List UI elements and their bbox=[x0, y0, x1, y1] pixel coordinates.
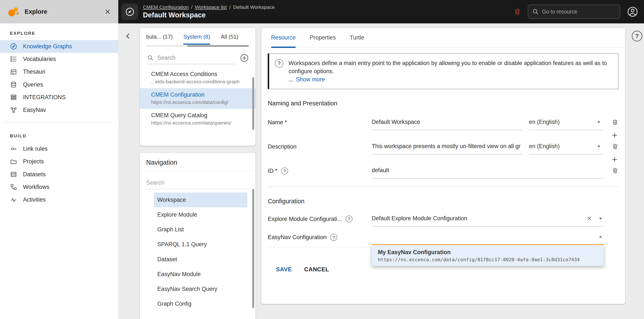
explore-compass-icon[interactable] bbox=[122, 4, 138, 20]
add-graph-icon[interactable] bbox=[240, 54, 249, 62]
clear-icon[interactable] bbox=[586, 216, 592, 221]
nav-item-easynav-search-query[interactable]: EasyNav Search Query bbox=[154, 282, 247, 296]
breadcrumb-link-workspace-list[interactable]: Workspace list bbox=[195, 4, 227, 10]
graph-uri: ...elds-backend-access-conditions-graph bbox=[151, 79, 249, 84]
sidebar-item-integrations[interactable]: INTEGRATIONS bbox=[0, 91, 118, 104]
content-area: bula... (17) System (8) All (51) bbox=[118, 24, 644, 319]
sidebar-item-label: Thesauri bbox=[23, 68, 45, 75]
sidebar-item-label: Datasets bbox=[23, 171, 46, 178]
chevron-down-icon bbox=[596, 144, 601, 149]
breadcrumb-separator: / bbox=[229, 4, 230, 10]
chevron-down-icon bbox=[596, 120, 601, 124]
sidebar-item-label: Link rules bbox=[23, 146, 48, 152]
show-more-link[interactable]: Show more bbox=[296, 76, 325, 83]
navigation-panel: Navigation Workspace Explore Module Grap… bbox=[140, 153, 256, 319]
breadcrumb-link-cmem-configuration[interactable]: CMEM Configuration bbox=[143, 4, 189, 10]
sidebar-item-label: Queries bbox=[23, 81, 43, 88]
delete-resource-icon[interactable] bbox=[514, 8, 521, 16]
graph-title: CMEM Access Conditions bbox=[151, 71, 249, 78]
vertical-scrollbar[interactable] bbox=[252, 189, 254, 308]
sidebar-item-datasets[interactable]: Datasets bbox=[0, 168, 118, 181]
section-divider bbox=[268, 186, 618, 187]
sidebar-item-label: Workflows bbox=[23, 184, 49, 190]
add-name-icon[interactable] bbox=[611, 132, 618, 139]
list-item[interactable]: CMEM Configuration https://ns.eccenca.co… bbox=[140, 88, 256, 109]
tab-properties[interactable]: Properties bbox=[310, 28, 336, 48]
name-language-select[interactable]: en (English) bbox=[529, 115, 602, 130]
collapse-panel-icon[interactable] bbox=[123, 31, 133, 41]
tab-all[interactable]: All (51) bbox=[221, 34, 238, 45]
chevron-down-icon[interactable] bbox=[598, 216, 603, 221]
page-help-icon[interactable]: ? bbox=[632, 31, 642, 42]
brand-header: Explore bbox=[0, 0, 118, 24]
close-icon[interactable] bbox=[104, 8, 111, 15]
app-root: Explore EXPLORE Knowledge Graphs Vocabul… bbox=[0, 0, 644, 319]
nav-item-workspace[interactable]: Workspace bbox=[154, 192, 247, 207]
chevron-up-icon[interactable] bbox=[598, 234, 603, 239]
explore-module-help-icon[interactable]: ? bbox=[346, 216, 353, 222]
datasets-icon bbox=[10, 171, 17, 178]
easynav-help-icon[interactable]: ? bbox=[330, 234, 337, 241]
graphs-search-input[interactable] bbox=[157, 54, 234, 61]
delete-id-icon[interactable] bbox=[612, 167, 619, 174]
tab-resource[interactable]: Resource bbox=[271, 28, 296, 48]
delete-description-icon[interactable] bbox=[612, 143, 619, 150]
sidebar-item-thesauri[interactable]: Thesauri bbox=[0, 66, 118, 78]
graphs-list: CMEM Access Conditions ...elds-backend-a… bbox=[140, 68, 256, 130]
tabs-horizontal-scrollbar[interactable] bbox=[146, 45, 249, 47]
id-input[interactable]: default bbox=[372, 163, 604, 178]
list-item[interactable]: CMEM Query Catalog https://ns.eccenca.co… bbox=[140, 109, 256, 130]
cancel-button[interactable]: CANCEL bbox=[304, 266, 329, 273]
id-help-icon[interactable]: ? bbox=[281, 168, 288, 174]
sidebar-item-queries[interactable]: Queries bbox=[0, 78, 118, 91]
sidebar-item-workflows[interactable]: Workflows bbox=[0, 181, 118, 194]
tab-system[interactable]: System (8) bbox=[183, 34, 210, 45]
detail-tabs: Resource Properties Turtle bbox=[261, 28, 625, 48]
nav-item-dataset[interactable]: Dataset bbox=[154, 252, 247, 267]
dropdown-option-my-easynav-configuration[interactable]: My EasyNav Configuration https://ns.ecce… bbox=[372, 246, 604, 266]
ellipsis-text: ... bbox=[288, 76, 293, 83]
breadcrumb-current: Default Workspace bbox=[233, 4, 274, 10]
sidebar-item-knowledge-graphs[interactable]: Knowledge Graphs bbox=[0, 40, 118, 53]
nav-item-graph-list[interactable]: Graph List bbox=[154, 222, 247, 237]
id-label: ID * bbox=[268, 168, 277, 174]
main-area: CMEM Configuration / Workspace list / De… bbox=[118, 0, 644, 319]
sidebar-item-vocabularies[interactable]: Vocabularies bbox=[0, 53, 118, 66]
graphs-tabs: bula... (17) System (8) All (51) bbox=[140, 28, 256, 45]
explore-module-config-label: Explore Module Configurati... bbox=[268, 216, 342, 222]
navigation-search-input[interactable] bbox=[146, 180, 249, 186]
sidebar-item-easynav[interactable]: EasyNav bbox=[0, 104, 118, 116]
sidebar: Explore EXPLORE Knowledge Graphs Vocabul… bbox=[0, 0, 118, 319]
list-item[interactable]: CMEM Access Conditions ...elds-backend-a… bbox=[140, 68, 256, 88]
topbar: CMEM Configuration / Workspace list / De… bbox=[118, 0, 644, 24]
tab-turtle[interactable]: Turtle bbox=[350, 28, 364, 48]
tab-vocabularies[interactable]: bula... (17) bbox=[146, 34, 172, 45]
sidebar-item-link-rules[interactable]: Link rules bbox=[0, 142, 118, 155]
global-search-input[interactable] bbox=[542, 8, 616, 15]
page-title: Default Workspace bbox=[143, 11, 275, 19]
description-language-select[interactable]: en (English) bbox=[529, 139, 602, 154]
nav-item-sparql-query[interactable]: SPARQL 1.1 Query bbox=[154, 237, 247, 252]
resource-detail-panel: Resource Properties Turtle ? Workspaces … bbox=[261, 28, 625, 304]
navigation-search bbox=[146, 176, 249, 189]
option-title: My EasyNav Configuration bbox=[378, 249, 598, 256]
user-account-icon[interactable] bbox=[627, 6, 638, 18]
easynav-config-select[interactable] bbox=[372, 230, 604, 245]
nav-item-explore-module[interactable]: Explore Module bbox=[154, 207, 247, 222]
workflows-icon bbox=[10, 183, 17, 191]
description-input[interactable]: This workspace presents a mostly un-filt… bbox=[372, 139, 522, 154]
scrollbar-thumb[interactable] bbox=[187, 45, 249, 47]
vertical-scrollbar[interactable] bbox=[252, 77, 254, 130]
name-input[interactable]: Default Workspace bbox=[372, 115, 522, 130]
save-button[interactable]: SAVE bbox=[276, 266, 292, 273]
explore-module-config-select[interactable]: Default Explore Module Configuration bbox=[372, 212, 604, 226]
sidebar-item-projects[interactable]: Projects bbox=[0, 155, 118, 168]
add-description-icon[interactable] bbox=[611, 156, 618, 163]
thesauri-icon bbox=[10, 68, 17, 76]
sidebar-item-label: Knowledge Graphs bbox=[23, 43, 72, 50]
sidebar-item-activities[interactable]: Activities bbox=[0, 194, 118, 206]
global-search bbox=[528, 5, 620, 19]
nav-item-easynav-module[interactable]: EasyNav Module bbox=[154, 267, 247, 282]
delete-name-icon[interactable] bbox=[612, 119, 619, 126]
nav-item-graph-config[interactable]: Graph Config bbox=[154, 296, 247, 311]
